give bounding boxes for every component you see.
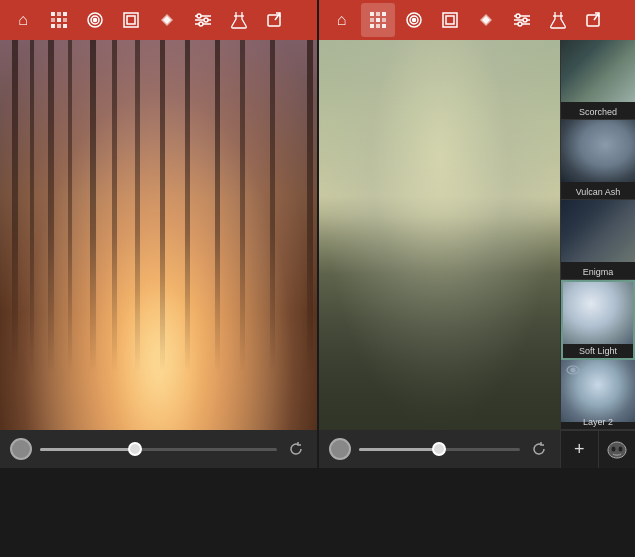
svg-rect-13: [127, 16, 135, 24]
svg-point-41: [523, 18, 527, 22]
svg-rect-27: [376, 18, 380, 22]
svg-rect-28: [382, 18, 386, 22]
svg-rect-31: [382, 24, 386, 28]
svg-point-19: [199, 22, 203, 26]
left-slider-track[interactable]: [40, 448, 277, 451]
texture-btn-right[interactable]: [361, 3, 395, 37]
toolbar-right: ⌂: [319, 0, 636, 40]
texture-btn-left[interactable]: [42, 3, 76, 37]
svg-rect-23: [370, 12, 374, 16]
adjust-btn-left[interactable]: [186, 3, 220, 37]
right-slider-track[interactable]: [359, 448, 521, 451]
svg-rect-35: [443, 13, 457, 27]
svg-point-17: [197, 14, 201, 18]
svg-point-42: [518, 22, 522, 26]
right-image-area: [319, 40, 561, 430]
svg-rect-2: [63, 12, 67, 16]
softlight-thumb: [563, 282, 633, 344]
toolbar-left: ⌂: [0, 0, 319, 40]
lab-btn-left[interactable]: [222, 3, 256, 37]
svg-rect-29: [370, 24, 374, 28]
svg-point-48: [611, 446, 615, 451]
svg-rect-24: [376, 12, 380, 16]
plus-icon: +: [574, 439, 585, 460]
app-container: ⌂: [0, 0, 635, 468]
frame-btn-right[interactable]: [433, 3, 467, 37]
enigma-thumb: [561, 200, 635, 262]
svg-rect-30: [376, 24, 380, 28]
left-circle-btn[interactable]: [10, 438, 32, 460]
left-bottom-toolbar: [0, 430, 317, 468]
right-content: Scorched Vulcan Ash Enigma Soft Light: [319, 40, 636, 468]
right-panel: [319, 40, 561, 468]
svg-point-47: [571, 368, 575, 372]
svg-rect-6: [51, 24, 55, 28]
svg-rect-0: [51, 12, 55, 16]
rooftops-image: [319, 40, 561, 430]
left-panel: [0, 40, 319, 468]
svg-point-34: [412, 19, 415, 22]
scorched-label: Scorched: [561, 107, 635, 117]
main-content: Scorched Vulcan Ash Enigma Soft Light: [0, 40, 635, 468]
right-circle-btn[interactable]: [329, 438, 351, 460]
svg-rect-4: [57, 18, 61, 22]
left-image-area: [0, 40, 317, 430]
home-btn-left[interactable]: ⌂: [6, 3, 40, 37]
enigma-label: Enigma: [561, 267, 635, 277]
sidebar-item-vulcan-ash[interactable]: Vulcan Ash: [561, 120, 635, 200]
layer-eye-icon[interactable]: [566, 365, 580, 377]
export-btn-left[interactable]: [258, 3, 292, 37]
layer2-label: Layer 2: [561, 417, 635, 427]
svg-point-11: [94, 19, 97, 22]
svg-rect-3: [51, 18, 55, 22]
svg-point-49: [618, 446, 622, 451]
mask-btn[interactable]: [599, 431, 636, 468]
lab-btn-right[interactable]: [541, 3, 575, 37]
svg-rect-7: [57, 24, 61, 28]
sidebar-item-enigma[interactable]: Enigma: [561, 200, 635, 280]
svg-rect-12: [124, 13, 138, 27]
forest-image: [0, 40, 317, 430]
sidebar-item-scorched[interactable]: Scorched: [561, 40, 635, 120]
add-layer-btn[interactable]: +: [561, 431, 599, 468]
vulcan-thumb: [561, 120, 635, 182]
right-slider-container: [319, 438, 561, 460]
softlight-label: Soft Light: [563, 346, 633, 356]
right-bottom-toolbar: [319, 430, 561, 468]
svg-rect-8: [63, 24, 67, 28]
scorched-thumb: [561, 40, 635, 102]
frame-btn-left[interactable]: [114, 3, 148, 37]
sidebar-actions: +: [561, 430, 635, 468]
svg-rect-36: [446, 16, 454, 24]
adjust-btn-right[interactable]: [505, 3, 539, 37]
svg-rect-5: [63, 18, 67, 22]
blend-btn-left[interactable]: [150, 3, 184, 37]
home-btn-right[interactable]: ⌂: [325, 3, 359, 37]
right-refresh-btn[interactable]: [528, 438, 550, 460]
vulcan-label: Vulcan Ash: [561, 187, 635, 197]
sidebar: Scorched Vulcan Ash Enigma Soft Light: [560, 40, 635, 468]
blend-btn-right[interactable]: [469, 3, 503, 37]
sidebar-item-soft-light[interactable]: Soft Light: [561, 280, 635, 360]
left-refresh-btn[interactable]: [285, 438, 307, 460]
svg-rect-1: [57, 12, 61, 16]
top-toolbar: ⌂: [0, 0, 635, 40]
svg-point-18: [204, 18, 208, 22]
export-btn-right[interactable]: [577, 3, 611, 37]
layers-btn-left[interactable]: [78, 3, 112, 37]
left-slider-container: [0, 438, 317, 460]
svg-rect-25: [382, 12, 386, 16]
sidebar-item-layer2[interactable]: Layer 2: [561, 360, 635, 430]
svg-point-40: [516, 14, 520, 18]
svg-rect-26: [370, 18, 374, 22]
layers-btn-right[interactable]: [397, 3, 431, 37]
